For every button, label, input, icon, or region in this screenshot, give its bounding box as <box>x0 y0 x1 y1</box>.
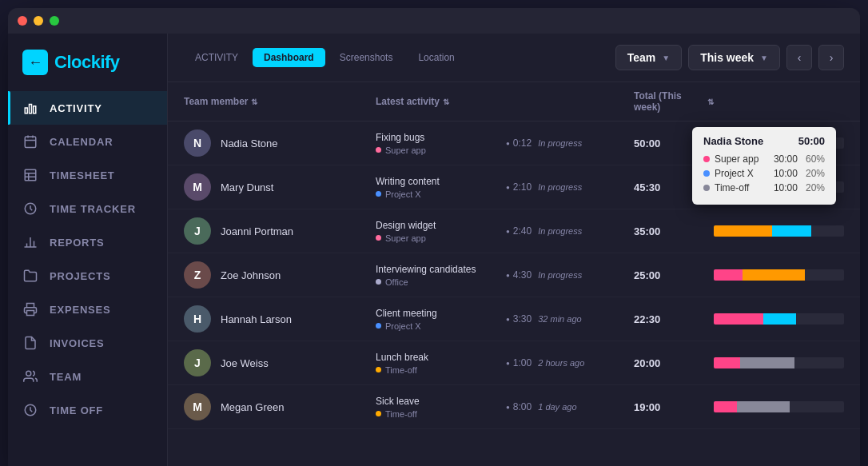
tooltip-header: Nadia Stone 50:00 <box>703 135 825 147</box>
tooltip-row: Super app 30:00 60% <box>703 153 825 165</box>
sidebar-item-time-tracker[interactable]: TIME TRACKER <box>8 192 167 225</box>
chart-bar-icon <box>22 100 38 116</box>
duration: ● 2:40 <box>506 225 532 237</box>
activity-cell: Lunch break Time-off <box>376 352 506 375</box>
member-name: Joanni Portman <box>221 225 293 237</box>
sidebar-item-reports[interactable]: REPORTS <box>8 225 167 259</box>
latest-cell: ● 3:30 32 min ago <box>506 313 634 325</box>
avatar: J <box>184 349 211 376</box>
bar-container: Nadia Stone 50:00 Super app 30:00 60% Pr… <box>714 135 844 151</box>
member-cell: M Mary Dunst <box>184 173 376 201</box>
status-badge: 1 day ago <box>538 402 576 412</box>
project-dot <box>376 191 381 197</box>
member-name: Zoe Johnson <box>221 269 281 281</box>
sidebar-label-expenses: EXPENSES <box>50 304 111 316</box>
project-name: Project X <box>385 189 421 199</box>
activity-project: Super app <box>376 145 506 155</box>
project-name: Super app <box>385 233 426 243</box>
sidebar-item-expenses[interactable]: EXPENSES <box>8 293 167 326</box>
tooltip-label: Project X <box>715 168 769 179</box>
sidebar-item-time-off[interactable]: TIME OFF <box>8 393 167 427</box>
tab-screenshots[interactable]: Screenshots <box>328 48 404 67</box>
col-member[interactable]: Team member ⇅ <box>184 90 376 113</box>
avatar: H <box>184 305 211 333</box>
bar-segment <box>714 401 737 412</box>
avatar: M <box>184 173 211 201</box>
sidebar-label-activity: ACTIVITY <box>50 102 102 114</box>
table-body: N Nadia Stone Fixing bugs Super app ● 0:… <box>168 121 860 429</box>
bar-track <box>714 357 844 368</box>
sort-icon-activity: ⇅ <box>443 98 449 106</box>
svg-rect-1 <box>30 105 32 114</box>
minimize-button[interactable] <box>34 16 43 26</box>
project-name: Office <box>385 277 408 287</box>
bar-track <box>714 225 844 237</box>
team-dropdown[interactable]: Team ▼ <box>615 45 682 70</box>
avatar: Z <box>184 261 211 289</box>
col-bar <box>714 90 844 113</box>
table-row: H Hannah Larson Client meeting Project X… <box>168 297 860 341</box>
status-badge: In progress <box>538 182 582 192</box>
tooltip-pct: 20% <box>806 182 825 193</box>
sidebar-label-time-tracker: TIME TRACKER <box>50 203 136 215</box>
main-content: ACTIVITYDashboardScreenshotsLocation Tea… <box>168 34 860 466</box>
app-body: ← Clockify ACTIVITY CALENDAR TIMESHEET T… <box>8 34 860 466</box>
bar-segment <box>714 225 772 237</box>
project-name: Super app <box>385 145 426 155</box>
col-activity[interactable]: Latest activity ⇅ <box>376 90 506 113</box>
week-dropdown[interactable]: This week ▼ <box>688 45 780 70</box>
sidebar-label-team: TEAM <box>50 371 82 383</box>
bar-track <box>714 269 844 281</box>
activity-name: Writing content <box>376 176 506 187</box>
tooltip-dot <box>703 156 710 162</box>
svg-point-17 <box>26 371 31 376</box>
duration: ● 0:12 <box>506 137 532 149</box>
avatar: M <box>184 393 211 420</box>
latest-cell: ● 1:00 2 hours ago <box>506 357 634 368</box>
tab-activity[interactable]: ACTIVITY <box>184 48 249 67</box>
sidebar-item-team[interactable]: TEAM <box>8 360 167 393</box>
invoice-icon <box>22 335 38 351</box>
latest-cell: ● 0:12 In progress <box>506 137 634 149</box>
app-name: Clockify <box>54 52 120 73</box>
next-button[interactable]: › <box>818 45 844 70</box>
project-dot <box>376 411 381 416</box>
sidebar-item-invoices[interactable]: INVOICES <box>8 326 167 360</box>
sidebar-item-timesheet[interactable]: TIMESHEET <box>8 158 167 192</box>
sidebar-item-calendar[interactable]: CALENDAR <box>8 125 167 158</box>
tooltip-pct: 60% <box>806 153 825 165</box>
bar-chart-icon <box>22 234 38 250</box>
latest-cell: ● 2:10 In progress <box>506 181 634 193</box>
table-row: M Megan Green Sick leave Time-off ● 8:00… <box>168 385 860 429</box>
sidebar-item-activity[interactable]: ACTIVITY <box>8 91 167 125</box>
tab-dashboard[interactable]: Dashboard <box>253 48 325 67</box>
tab-bar: ACTIVITYDashboardScreenshotsLocation <box>184 48 466 67</box>
bar-container <box>714 223 844 239</box>
tooltip-popup: Nadia Stone 50:00 Super app 30:00 60% Pr… <box>692 127 836 205</box>
receipt-icon <box>22 301 38 317</box>
bar-segment <box>743 269 805 281</box>
tab-location[interactable]: Location <box>407 48 465 67</box>
maximize-button[interactable] <box>50 16 59 26</box>
bar-segment <box>714 269 743 281</box>
activity-name: Lunch break <box>376 352 506 363</box>
bar-container <box>714 267 844 283</box>
activity-project: Time-off <box>376 409 506 419</box>
activity-name: Interviewing candidates <box>376 264 506 275</box>
logo-icon: ← <box>22 50 48 75</box>
project-dot <box>376 147 381 153</box>
total-cell: 25:00 <box>634 269 714 281</box>
activity-name: Client meeting <box>376 308 506 319</box>
sidebar-item-projects[interactable]: PROJECTS <box>8 259 167 293</box>
close-button[interactable] <box>18 16 27 26</box>
prev-button[interactable]: ‹ <box>786 45 812 70</box>
tooltip-row: Time-off 10:00 20% <box>703 182 825 193</box>
svg-rect-16 <box>27 311 34 316</box>
folder-icon <box>22 268 38 284</box>
bar-track <box>714 401 844 412</box>
table-row: N Nadia Stone Fixing bugs Super app ● 0:… <box>168 121 860 165</box>
activity-name: Design widget <box>376 220 506 231</box>
col-total[interactable]: Total (This week) ⇅ <box>634 90 714 113</box>
bar-segment <box>740 357 794 368</box>
sidebar-label-timesheet: TIMESHEET <box>50 169 115 181</box>
